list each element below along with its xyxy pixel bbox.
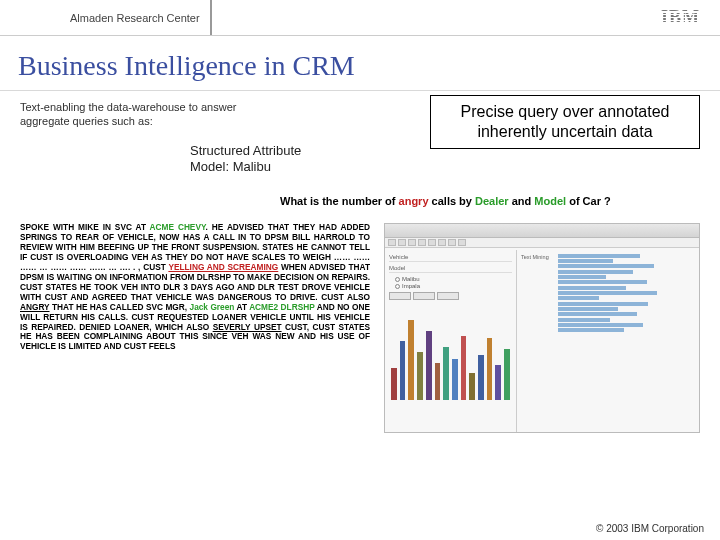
ss-option-malibu: Malibu xyxy=(395,276,512,282)
structured-line2: Model: Malibu xyxy=(190,159,700,175)
precise-line2: inherently uncertain data xyxy=(449,122,681,142)
ss-toolbar xyxy=(385,238,699,248)
model-keyword: Model xyxy=(534,195,566,207)
yelling-keyword: YELLING AND SCREAMING xyxy=(168,262,278,272)
header-divider: Almaden Research Center xyxy=(0,0,212,35)
ss-body: Vehicle Model Malibu Impala Text Mining xyxy=(385,250,699,432)
copyright-footer: © 2003 IBM Corporation xyxy=(596,523,704,534)
slide-title: Business Intelligence in CRM xyxy=(0,36,720,91)
dealer-acme2: ACME2 DLRSHP xyxy=(249,302,314,312)
angry-keyword: angry xyxy=(399,195,429,207)
ss-section-vehicle: Vehicle xyxy=(389,254,512,262)
precise-line1: Precise query over annotated xyxy=(449,102,681,122)
upset-keyword: SEVERLY UPSET xyxy=(213,322,282,332)
dealer-keyword: Dealer xyxy=(475,195,509,207)
ibm-logo: IBM xyxy=(661,7,700,28)
ss-titlebar xyxy=(385,224,699,238)
upper-content: Text-enabling the data-warehouse to answ… xyxy=(0,91,720,175)
ss-left-panel: Vehicle Model Malibu Impala xyxy=(385,250,517,432)
lower-content: SPOKE WITH MIKE IN SVC AT ACME CHEVY. HE… xyxy=(0,217,720,433)
query-question: What is the number of angry calls by Dea… xyxy=(0,195,720,207)
ss-right-panel: Text Mining xyxy=(517,250,699,432)
slide-header: Almaden Research Center IBM xyxy=(0,0,720,36)
dealer-acme-chevy: ACME CHEVY xyxy=(150,222,206,232)
ss-section-model: Model xyxy=(389,265,512,273)
call-transcript: SPOKE WITH MIKE IN SVC AT ACME CHEVY. HE… xyxy=(20,223,370,433)
analytics-screenshot: Vehicle Model Malibu Impala Text Mining xyxy=(384,223,700,433)
ss-button-row xyxy=(389,292,512,300)
precise-query-box: Precise query over annotated inherently … xyxy=(430,95,700,149)
subtext: Text-enabling the data-warehouse to answ… xyxy=(20,101,240,129)
ss-option-impala: Impala xyxy=(395,283,512,289)
person-jack-green: Jack Green xyxy=(190,302,235,312)
research-center-label: Almaden Research Center xyxy=(70,12,200,24)
ss-bar-chart xyxy=(389,320,512,400)
angry-keyword-2: ANGRY xyxy=(20,302,50,312)
